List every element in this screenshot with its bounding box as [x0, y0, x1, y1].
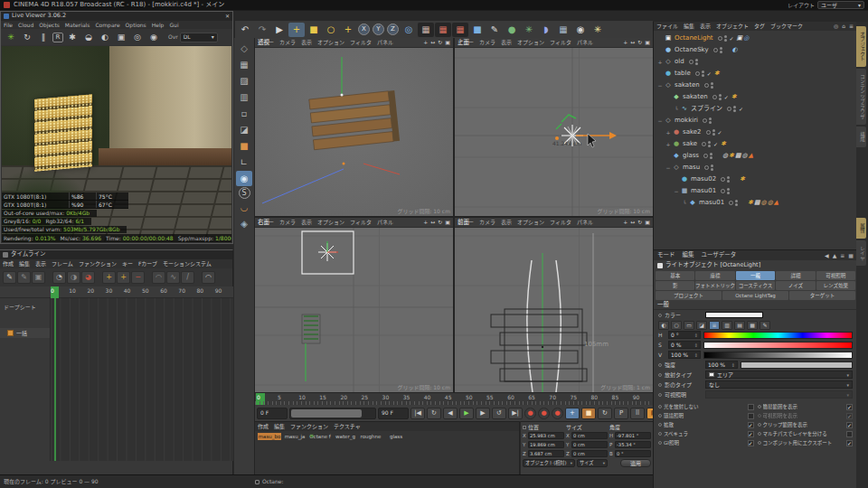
maximize-view-icon[interactable]: ▣ — [445, 219, 450, 225]
timeline-menu-item[interactable]: 編集 — [16, 260, 33, 267]
perspective-scene[interactable] — [255, 48, 453, 216]
texture-mode-icon[interactable]: ▨ — [236, 73, 252, 89]
object-name[interactable]: mokkiri — [675, 117, 698, 124]
checkbox[interactable] — [748, 413, 754, 419]
viewport-menu-item[interactable]: カメラ — [277, 39, 298, 45]
add-marker-icon[interactable]: + — [117, 271, 130, 284]
object-tag-icon[interactable]: ✱ — [721, 140, 726, 147]
expand-toggle-icon[interactable]: + — [665, 129, 672, 136]
step-back-button[interactable]: ◀ — [443, 408, 458, 419]
color-sliders-icon[interactable]: ≡ — [709, 321, 720, 330]
checkbox[interactable] — [748, 404, 754, 410]
attribute-menu-item[interactable]: 編集 — [679, 252, 698, 259]
attribute-tab[interactable]: ターゲット — [789, 291, 855, 300]
object-name[interactable]: OctaneLight — [675, 34, 713, 42]
coordinate-mode-select[interactable]: オブジェクト(相対)▾ — [523, 459, 575, 467]
record-position-button[interactable]: + — [565, 408, 580, 419]
size-field[interactable]: 0 cm — [571, 432, 608, 439]
filter-icon[interactable]: ≡ — [849, 23, 854, 29]
size-field[interactable]: 0 cm — [571, 450, 608, 457]
layer-dot-icon[interactable] — [703, 118, 707, 123]
step-forward-button[interactable]: ▶ — [476, 408, 490, 419]
zoom-view-icon[interactable]: ↔ — [430, 39, 435, 45]
up-icon[interactable]: ▲ — [833, 252, 837, 258]
object-name[interactable]: sakaten — [675, 81, 700, 89]
axis-mode-icon[interactable]: ∟ — [236, 155, 252, 170]
zoom-view-icon[interactable]: ↔ — [430, 219, 435, 225]
object-name[interactable]: masu01 — [699, 199, 724, 206]
material-item[interactable]: glass — [384, 433, 408, 440]
anim-dot-icon[interactable] — [758, 414, 761, 418]
object-tag-icon[interactable]: ◎ — [743, 34, 749, 42]
box-select-icon[interactable]: ▣ — [32, 271, 45, 284]
dopesheet-grid[interactable] — [51, 298, 233, 461]
lock-z-axis-icon[interactable]: Z — [387, 23, 399, 35]
object-name[interactable]: glass — [683, 152, 699, 159]
viewport-menu-item[interactable]: 表示 — [498, 219, 514, 225]
polygons-mode-icon[interactable]: ■ — [236, 138, 252, 154]
object-manager-menu-item[interactable]: オブジェクト — [713, 23, 751, 29]
snap-icon[interactable]: S — [239, 187, 250, 199]
clock-icon[interactable]: ◑ — [67, 271, 80, 284]
environment-icon[interactable]: ◗ — [538, 23, 554, 37]
expand-toggle-icon[interactable]: − — [673, 188, 680, 194]
camera-icon[interactable]: ◉ — [572, 23, 589, 37]
object-tree-row[interactable]: └ ◆ masu01 ✱▩◍◍▲ — [654, 197, 856, 209]
enabled-check-icon[interactable]: ✓ — [739, 106, 746, 112]
loop-mode-button[interactable]: ↺ — [492, 408, 506, 419]
saturation-field[interactable]: 0 %⇕ — [668, 341, 701, 349]
viewport-menu-item[interactable]: フィルタ — [347, 219, 374, 225]
pan-view-icon[interactable]: + — [623, 219, 627, 225]
material-item[interactable]: ✳ Octane f — [308, 433, 332, 440]
panel-tab[interactable]: 属性 — [856, 218, 866, 239]
layer-dot-icon[interactable] — [721, 189, 725, 193]
object-name[interactable]: sake2 — [683, 128, 702, 136]
rotate-view-icon[interactable]: ↻ — [637, 39, 642, 45]
attribute-tab[interactable]: 可視照明 — [816, 271, 855, 280]
layer-dot-icon[interactable] — [704, 165, 709, 170]
viewport-front[interactable]: ビューカメラ表示オプションフィルタパネル +↔↻▣ — [455, 218, 653, 392]
anim-dot-icon[interactable] — [758, 405, 761, 408]
color-wheel-icon[interactable]: ◐ — [658, 321, 669, 330]
object-tree-row[interactable]: + ● sake ✓ ✱ — [654, 138, 856, 150]
expand-toggle-icon[interactable]: └ — [673, 106, 680, 112]
position-field[interactable]: 3.687 cm — [528, 450, 564, 457]
layer-dot-icon[interactable] — [704, 83, 709, 88]
expand-toggle-icon[interactable]: + — [656, 59, 664, 65]
make-editable-icon[interactable]: ◇ — [236, 41, 252, 56]
viewport-perspective[interactable]: ビューカメラ表示オプションフィルタパネル +↔↻▣ — [255, 38, 453, 216]
viewport-menu-item[interactable]: 表示 — [298, 39, 315, 45]
layer-dot-icon[interactable] — [729, 201, 733, 205]
anim-dot-icon[interactable] — [658, 441, 662, 445]
timeline-menu-item[interactable]: モーションシステム — [160, 260, 214, 267]
live-viewer-menu-item[interactable]: Objects — [36, 22, 62, 28]
scale-tool-icon[interactable]: ■ — [306, 23, 322, 37]
anim-dot-icon[interactable] — [658, 314, 662, 317]
lock-y-axis-icon[interactable]: Y — [373, 23, 384, 35]
object-tag-icon[interactable]: ◐ — [732, 46, 738, 53]
object-name[interactable]: table — [675, 70, 691, 77]
object-tree-row[interactable]: + ● sake2 ✓ — [654, 127, 856, 138]
record-keyframe-button[interactable]: ● — [524, 408, 536, 419]
attribute-tab[interactable]: フォトメトリック — [695, 281, 734, 290]
list-icon[interactable]: ≡ — [840, 252, 844, 258]
anim-dot-icon[interactable] — [758, 432, 761, 436]
visibility-dots[interactable] — [719, 94, 722, 100]
object-tree-row[interactable]: − ◇ mokkiri — [654, 115, 856, 127]
visibility-dots[interactable] — [720, 47, 722, 53]
live-viewer-menu-item[interactable]: Materials — [62, 22, 93, 28]
viewport-menu-item[interactable]: パネル — [574, 219, 596, 225]
track-row[interactable]: 一括 — [0, 328, 50, 338]
timeline-menu-item[interactable]: Fカーブ — [136, 260, 160, 267]
panel-tab[interactable]: オブジェクト — [856, 26, 866, 67]
last-tool-icon[interactable]: + — [340, 23, 356, 37]
fcurve-icon[interactable]: ∿ — [166, 271, 180, 284]
enabled-check-icon[interactable]: ✓ — [724, 94, 731, 100]
section-header[interactable]: 一般 — [654, 302, 857, 310]
live-viewer-menu-item[interactable]: Cloud — [15, 22, 36, 28]
top-scene[interactable] — [455, 48, 653, 216]
intensity-field[interactable]: 100 %⇕ — [705, 361, 738, 369]
viewport-top[interactable]: ビューカメラ表示オプションフィルタパネル +↔↻▣ — [455, 38, 653, 216]
restart-render-icon[interactable]: ↻ — [20, 31, 34, 43]
layer-dot-icon[interactable] — [727, 107, 731, 111]
